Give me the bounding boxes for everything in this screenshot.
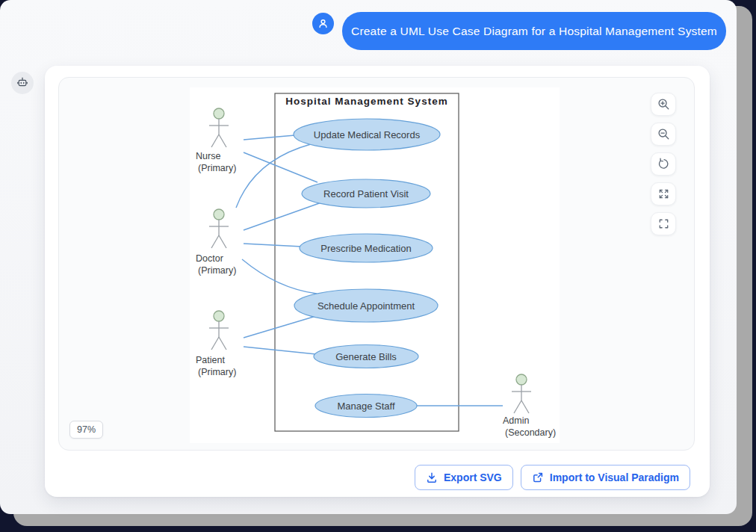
- zoom-level-badge: 97%: [69, 421, 103, 439]
- external-link-icon: [532, 471, 544, 483]
- use-case-label: Prescribe Medication: [320, 243, 411, 254]
- import-visual-paradigm-button[interactable]: Import to Visual Paradigm: [521, 465, 690, 490]
- actor-name: Patient: [196, 355, 225, 365]
- actor-name: Admin: [503, 415, 529, 426]
- use-case-label: Update Medical Records: [314, 129, 421, 140]
- zoom-in-button[interactable]: [651, 93, 676, 116]
- screenshot-stage: Create a UML Use Case Diagram for a Hosp…: [0, 0, 756, 532]
- use-case-label: Manage Staff: [337, 400, 394, 412]
- actor-role: (Primary): [198, 163, 236, 173]
- use-case-label: Generate Bills: [335, 351, 397, 362]
- diagram-viewer-panel: Hospital Management System: [58, 77, 695, 451]
- use-case-label: Record Patient Visit: [323, 188, 409, 200]
- zoom-in-icon: [657, 97, 671, 111]
- actor-name: Doctor: [196, 253, 223, 264]
- expand-button[interactable]: [651, 182, 676, 205]
- user-message-bubble: Create a UML Use Case Diagram for a Hosp…: [342, 12, 726, 50]
- actor-nurse-figure: [209, 108, 229, 147]
- zoom-out-button[interactable]: [651, 123, 676, 146]
- fullscreen-icon: [657, 217, 671, 231]
- person-icon: [317, 17, 329, 30]
- download-icon: [426, 471, 438, 483]
- actor-admin-figure: [512, 374, 531, 413]
- export-svg-label: Export SVG: [444, 471, 502, 483]
- diagram-card: Hospital Management System: [45, 66, 710, 497]
- actor-role: (Secondary): [505, 427, 556, 438]
- footer-actions: Export SVG Import to Visual Paradigm: [415, 465, 690, 490]
- reset-rotate-icon: [657, 157, 671, 171]
- diagram-canvas[interactable]: Hospital Management System: [190, 87, 560, 443]
- viewer-toolbar: [651, 93, 676, 235]
- app-window: Create a UML Use Case Diagram for a Hosp…: [0, 0, 737, 514]
- expand-arrows-icon: [657, 187, 671, 201]
- actor-patient-figure: [209, 311, 229, 350]
- import-visual-paradigm-label: Import to Visual Paradigm: [550, 471, 679, 483]
- bot-avatar: [11, 72, 34, 94]
- actor-role: (Primary): [198, 367, 236, 377]
- user-message-text: Create a UML Use Case Diagram for a Hosp…: [351, 25, 717, 38]
- actor-role: (Primary): [198, 265, 236, 276]
- export-svg-button[interactable]: Export SVG: [415, 465, 513, 490]
- fullscreen-button[interactable]: [651, 212, 676, 235]
- zoom-level-text: 97%: [77, 424, 96, 435]
- robot-icon: [16, 76, 29, 90]
- uml-use-case-diagram: Hospital Management System: [190, 87, 560, 443]
- user-avatar: [312, 13, 334, 34]
- reset-view-button[interactable]: [651, 152, 676, 176]
- actor-doctor-figure: [209, 209, 229, 248]
- actor-name: Nurse: [196, 151, 220, 161]
- use-case-label: Schedule Appointment: [317, 300, 415, 312]
- system-boundary-title: Hospital Management System: [285, 96, 447, 107]
- zoom-out-icon: [657, 127, 671, 141]
